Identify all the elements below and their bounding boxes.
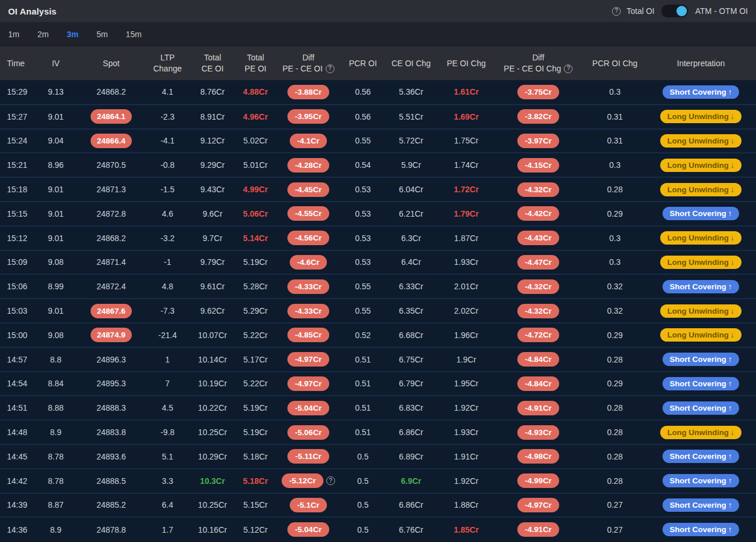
column-header-pcr_oi[interactable]: PCR OI [344,46,382,80]
column-header-ce_oi_chg[interactable]: CE OI Chg [382,46,440,80]
diff-pe-ce-oi-chg-badge: -4.72Cr [517,328,559,342]
interpretation-badge: Long Unwinding↓ [660,134,741,148]
cell-pe-oi-chg: 1.69Cr [440,105,492,129]
interval-tab-3m[interactable]: 3m [67,30,78,39]
cell-interpretation: Long Unwinding↓ [646,153,756,177]
table-row: 14:57 8.8 24896.3 1 10.14Cr 5.17Cr -4.97… [0,347,756,372]
spot-value: 24868.2 [96,234,126,243]
column-header-ltp_change[interactable]: LTPChange [148,46,187,80]
interpretation-label: Short Covering [669,525,726,534]
cell-time: 15:09 [0,250,37,275]
interpretation-arrow-icon: ↓ [730,112,735,121]
diff-pe-ce-oi-badge: -4.28Cr [287,158,329,173]
table-row: 15:03 9.01 24867.6 -7.3 9.62Cr 5.29Cr -4… [0,299,756,323]
table-row: 15:06 8.99 24872.4 4.8 9.61Cr 5.28Cr -4.… [0,274,756,299]
cell-time: 14:39 [0,493,37,518]
interpretation-label: Long Unwinding [667,428,729,437]
cell-ltp-change: 7 [148,372,187,396]
column-header-total_pe_oi[interactable]: TotalPE OI [238,46,273,80]
cell-ltp-change: -3.2 [148,226,187,250]
cell-pcr-oi: 0.55 [344,274,382,299]
cell-iv: 8.9 [37,420,74,444]
cell-total-pe-oi: 5.22Cr [238,372,273,396]
spot-alert-badge: 24867.6 [91,304,132,318]
cell-pe-oi-chg: 2.01Cr [440,274,492,299]
interpretation-arrow-icon: ↓ [730,161,735,170]
column-header-iv[interactable]: IV [37,46,74,80]
column-header-interpretation[interactable]: Interpretation [646,46,756,80]
table-row: 14:39 8.87 24885.2 6.4 10.25Cr 5.15Cr -5… [0,493,756,518]
cell-time: 15:06 [0,274,37,299]
spot-value: 24885.2 [96,500,126,509]
cell-iv: 8.8 [37,347,74,372]
cell-diff-pe-ce-oi-chg: -4.72Cr [492,323,584,347]
spot-value: 24895.3 [96,379,126,388]
cell-total-pe-oi: 5.19Cr [238,250,273,275]
interpretation-arrow-icon: ↓ [730,137,735,145]
cell-diff-pe-ce-oi: -5.1Cr [273,493,344,518]
column-header-diff_pe_ce_oi_chg[interactable]: DiffPE - CE OI Chg? [492,46,584,80]
cell-total-ce-oi: 10.3Cr [187,469,238,493]
column-header-pe_oi_chg[interactable]: PE OI Chg [440,46,492,80]
interval-tab-1m[interactable]: 1m [8,30,19,39]
cell-pe-oi-chg: 2.02Cr [440,299,492,323]
cell-ltp-change: 4.6 [148,202,187,226]
diff-pe-ce-oi-badge: -4.97Cr [287,376,329,391]
spot-value: 24872.4 [96,282,126,291]
spot-value: 24883.8 [96,428,126,437]
diff-pe-ce-oi-badge: -4.1Cr [290,134,327,148]
cell-time: 15:12 [0,226,37,250]
atm-otm-toggle[interactable] [661,5,688,17]
cell-spot: 24895.3 [74,372,148,396]
cell-ltp-change: -1 [148,250,187,275]
cell-interpretation: Long Unwinding↓ [646,299,756,323]
column-header-total_ce_oi[interactable]: TotalCE OI [187,46,238,80]
column-header-pcr_oi_chg[interactable]: PCR OI Chg [584,46,646,80]
table-row: 15:00 9.08 24874.9 -21.4 10.07Cr 5.22Cr … [0,323,756,347]
cell-ce-oi-chg: 5.72Cr [382,129,440,153]
cell-iv: 8.84 [37,372,74,396]
total-oi-help-icon[interactable]: ? [612,7,621,16]
spot-value: 24896.3 [96,355,126,364]
cell-pcr-oi: 0.52 [344,323,382,347]
interval-tab-2m[interactable]: 2m [37,30,48,39]
interpretation-arrow-icon: ↑ [728,88,732,96]
cell-diff-pe-ce-oi: -5.04Cr [273,517,344,541]
cell-diff-pe-ce-oi: -5.12Cr? [273,469,344,493]
titlebar-right: ? Total OI ATM - OTM OI [612,5,748,17]
diff-row-help-icon[interactable]: ? [326,476,335,485]
cell-iv: 9.04 [37,129,74,153]
cell-diff-pe-ce-oi: -5.11Cr [273,444,344,469]
cell-time: 15:00 [0,323,37,347]
cell-ltp-change: -1.5 [148,177,187,202]
spot-value: 24870.5 [96,160,126,170]
cell-iv: 8.78 [37,469,74,493]
cell-ce-oi-chg: 6.04Cr [382,177,440,202]
column-help-icon[interactable]: ? [326,64,334,73]
cell-spot: 24883.8 [74,420,148,444]
interpretation-arrow-icon: ↑ [728,452,732,461]
interval-tab-5m[interactable]: 5m [96,30,107,39]
column-header-time[interactable]: Time [0,46,37,80]
cell-pe-oi-chg: 1.92Cr [440,469,492,493]
cell-ce-oi-chg: 6.75Cr [382,347,440,372]
cell-total-pe-oi: 5.02Cr [238,129,273,153]
interval-tab-15m[interactable]: 15m [126,30,142,39]
column-header-spot[interactable]: Spot [74,46,148,80]
cell-diff-pe-ce-oi: -4.6Cr [273,250,344,275]
cell-iv: 9.01 [37,177,74,202]
column-header-diff_pe_ce_oi[interactable]: DiffPE - CE OI? [273,46,344,80]
cell-spot: 24872.4 [74,274,148,299]
cell-pcr-oi-chg: 0.3 [584,226,646,250]
interpretation-arrow-icon: ↑ [728,476,732,485]
cell-pe-oi-chg: 1.93Cr [440,250,492,275]
cell-ltp-change: -0.8 [148,153,187,177]
cell-total-ce-oi: 9.7Cr [187,226,238,250]
cell-total-ce-oi: 10.22Cr [187,396,238,420]
cell-time: 14:51 [0,396,37,420]
cell-pcr-oi-chg: 0.32 [584,274,646,299]
cell-time: 15:15 [0,202,37,226]
interpretation-arrow-icon: ↑ [728,355,732,364]
column-help-icon[interactable]: ? [564,64,573,73]
cell-interpretation: Short Covering↑ [646,274,756,299]
